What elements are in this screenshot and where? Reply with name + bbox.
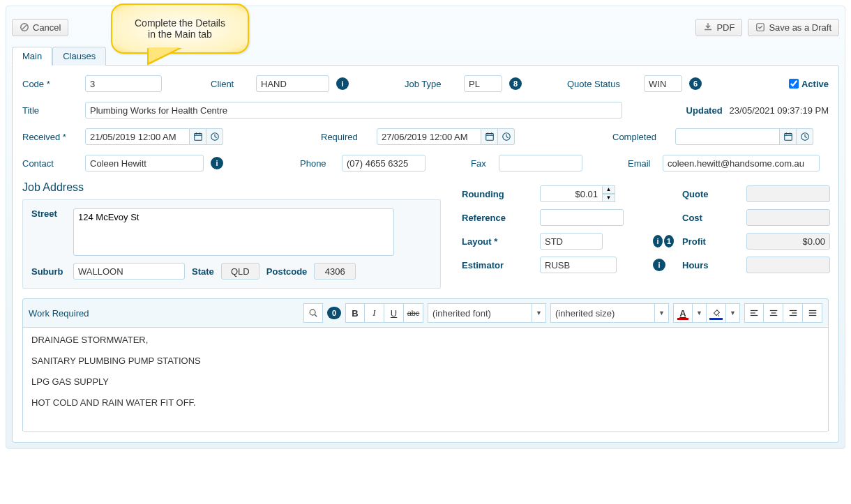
active-checkbox[interactable]: Active [789,79,829,89]
pdf-button[interactable]: PDF [695,19,742,36]
align-center-button[interactable] [764,303,783,323]
tabs: Main Clauses Code Client i Job Type 8 Qu… [12,47,839,443]
cancel-button[interactable]: Cancel [12,19,68,36]
job-address-heading: Job Address [22,181,441,194]
italic-button[interactable]: I [365,303,384,323]
side-details: Rounding ▲ ▼ Quote Reference Cost [462,185,830,273]
label-hours: Hours [682,260,738,270]
estimator-input[interactable] [540,257,617,273]
size-select[interactable]: (inherited size) [550,303,655,323]
active-checkbox-input[interactable] [789,79,799,89]
cancel-label: Cancel [33,22,61,33]
font-select[interactable]: (inherited font) [428,303,532,323]
app-frame: Complete the Details in the Main tab Can… [6,6,845,449]
label-workrequired: Work Required [29,308,89,319]
download-icon [703,22,713,32]
save-draft-button[interactable]: Save as a Draft [748,19,839,36]
required-input[interactable] [377,128,481,145]
label-jobtype: Job Type [405,79,457,89]
tab-panel-main: Code Client i Job Type 8 Quote Status 6 … [12,65,839,443]
street-input[interactable]: 124 McEvoy St [73,208,394,256]
label-quotestatus: Quote Status [567,79,637,89]
fillcolor-button[interactable] [707,303,726,323]
rounding-input[interactable] [540,185,603,202]
completed-calendar-icon[interactable] [780,128,797,145]
label-estimator: Estimator [462,260,532,270]
textcolor-button[interactable]: A [673,303,693,323]
required-clock-icon[interactable] [498,128,515,145]
job-address-section: Job Address Street 124 McEvoy St Suburb … [22,181,441,289]
label-title: Title [22,105,78,116]
label-phone: Phone [300,158,335,169]
label-email: Email [628,158,656,169]
tab-main[interactable]: Main [12,47,52,66]
required-dategroup [377,128,515,145]
label-state: State [192,266,214,277]
pdf-label: PDF [716,22,735,33]
work-required-editor: Work Required 0 B I U abc (inherited fon… [22,298,829,432]
completed-clock-icon[interactable] [797,128,813,145]
size-dropdown-icon[interactable]: ▼ [655,303,669,323]
received-clock-icon[interactable] [206,128,223,145]
updated-value: 23/05/2021 09:37:19 PM [730,105,829,116]
svg-line-1 [22,25,27,29]
align-justify-button[interactable] [803,303,822,323]
jobtype-input[interactable] [464,75,502,92]
label-quote: Quote [682,189,738,199]
phone-input[interactable] [342,155,426,171]
estimator-info-icon[interactable]: i [653,259,665,271]
fax-input[interactable] [499,155,582,171]
label-updated: Updated [686,105,723,116]
received-input[interactable] [85,128,190,145]
label-reference: Reference [462,213,532,223]
align-right-button[interactable] [783,303,803,323]
postcode-input [314,263,356,280]
instruction-callout: Complete the Details in the Main tab [111,3,249,54]
editor-count-badge: 0 [327,307,341,319]
align-left-button[interactable] [744,303,764,323]
underline-button[interactable]: U [384,303,404,323]
svg-rect-3 [194,134,202,141]
completed-input[interactable] [675,128,780,145]
code-input[interactable] [85,75,162,92]
required-calendar-icon[interactable] [481,128,498,145]
contact-input[interactable] [85,155,204,171]
callout-line2: in the Main tab [135,29,225,40]
font-dropdown-icon[interactable]: ▼ [532,303,546,323]
fillcolor-dropdown-icon[interactable]: ▼ [726,303,740,323]
label-profit: Profit [682,236,738,247]
callout-line1: Complete the Details [135,17,225,29]
svg-line-19 [315,314,317,316]
client-input[interactable] [256,75,329,92]
textcolor-dropdown-icon[interactable]: ▼ [693,303,707,323]
label-received: Received [22,132,78,142]
bold-button[interactable]: B [345,303,365,323]
cost-input [746,209,830,226]
suburb-input[interactable] [73,263,185,280]
editor-search-button[interactable] [303,303,323,323]
svg-point-18 [310,310,315,315]
label-layout: Layout [462,236,532,247]
received-calendar-icon[interactable] [190,128,206,145]
label-rounding: Rounding [462,189,532,199]
client-info-icon[interactable]: i [336,77,349,90]
label-completed: Completed [612,132,668,142]
title-input[interactable] [85,102,622,119]
layout-info-icon[interactable]: i [653,235,663,247]
reference-input[interactable] [540,209,624,226]
contact-info-icon[interactable]: i [211,157,223,169]
email-input[interactable] [663,155,820,171]
quotestatus-input[interactable] [644,75,682,92]
label-suburb: Suburb [31,266,66,277]
label-cost: Cost [682,213,738,223]
completed-dategroup [675,128,813,145]
label-fax: Fax [471,158,492,169]
strike-button[interactable]: abc [404,303,423,323]
jobtype-badge: 8 [509,77,522,90]
label-required: Required [321,132,370,142]
rounding-up-button[interactable]: ▲ [603,185,615,194]
layout-input[interactable] [540,233,603,250]
tab-clauses[interactable]: Clauses [52,47,106,66]
workrequired-textarea[interactable]: DRAINAGE STORMWATER, SANITARY PLUMBING P… [23,327,828,432]
rounding-down-button[interactable]: ▼ [603,194,615,202]
